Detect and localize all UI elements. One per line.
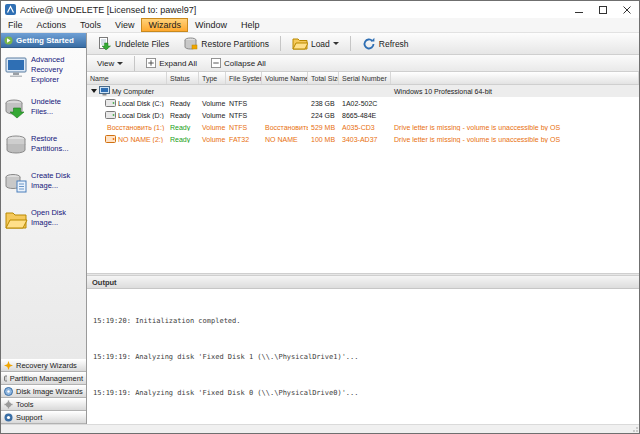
toolbar-separator (280, 36, 281, 51)
sidebar-item-create-disk-image[interactable]: Create Disk Image... (3, 169, 84, 197)
refresh-icon (362, 37, 376, 51)
app-icon (5, 4, 16, 15)
chevron-down-icon (117, 62, 123, 65)
collapse-all-icon (211, 58, 221, 68)
minimize-button[interactable] (567, 1, 591, 18)
support-icon (4, 413, 13, 422)
maximize-button[interactable] (591, 1, 615, 18)
table-row[interactable]: Local Disk (C:) Ready Volume NTFS 238 GB… (87, 97, 639, 109)
table-header: Name Status Type File System Volume Name… (87, 72, 639, 85)
close-button[interactable] (615, 1, 639, 18)
sidebar-item-advanced-recovery-explorer[interactable]: Advanced Recovery Explorer (3, 53, 84, 86)
column-header-volume-name[interactable]: Volume Name (262, 72, 308, 84)
table-row[interactable]: My Computer Windows 10 Professional 64-b… (87, 85, 639, 97)
refresh-button[interactable]: Refresh (356, 34, 415, 54)
menu-item-wizards[interactable]: Wizards (141, 18, 188, 32)
go-arrow-icon (4, 36, 13, 45)
recovery-wizards-icon (4, 361, 13, 370)
restore-partitions-button[interactable]: Restore Partitions (177, 33, 275, 54)
undelete-files-button[interactable]: Undelete Files (91, 33, 175, 54)
title-bar[interactable]: Active@ UNDELETE [Licensed to: pawel97] (1, 1, 639, 18)
table-row[interactable]: Восстановить (1:) Ready Volume NTFS Восс… (87, 121, 639, 133)
column-header-type[interactable]: Type (199, 72, 226, 84)
open-disk-image-icon (4, 208, 28, 232)
load-folder-icon (292, 37, 308, 50)
column-header-name[interactable]: Name (87, 72, 167, 84)
column-header-file-system[interactable]: File System (226, 72, 262, 84)
drive-icon (105, 99, 116, 107)
window-controls (567, 1, 639, 18)
sidebar-section-disk-image-wizards[interactable]: Disk Image Wizards (1, 385, 86, 398)
sidebar-item-open-disk-image[interactable]: Open Disk Image... (3, 206, 84, 234)
output-panel: Output 15:19:20: Initialization complete… (87, 276, 639, 424)
output-title: Output (92, 278, 117, 287)
main-toolbar: Undelete Files Restore Partitions Load R… (87, 33, 639, 55)
drive-icon (105, 111, 116, 119)
menu-item-view[interactable]: View (108, 18, 141, 32)
log-line: 15:19:19: Analyzing disk 'Fixed Disk 0 (… (93, 387, 639, 399)
column-header-serial-number[interactable]: Serial Number (339, 72, 391, 84)
menu-item-help[interactable]: Help (234, 18, 267, 32)
app-window: Active@ UNDELETE [Licensed to: pawel97] … (0, 0, 640, 434)
disk-image-wizards-icon (4, 387, 13, 396)
sidebar-section-tools[interactable]: Tools (1, 398, 86, 411)
menu-item-tools[interactable]: Tools (73, 18, 108, 32)
partition-management-icon (4, 374, 7, 383)
log-line: 15:19:20: Initialization completed. (93, 315, 639, 327)
sidebar-section-recovery-wizards[interactable]: Recovery Wizards (1, 359, 86, 372)
restore-partitions-icon (4, 134, 28, 158)
undelete-files-icon (97, 36, 112, 51)
log-line: 15:19:19: Analyzing disk 'Fixed Disk 1 (… (93, 351, 639, 363)
undelete-files-icon (4, 97, 28, 121)
column-header-description (391, 72, 639, 84)
window-title: Active@ UNDELETE [Licensed to: pawel97] (20, 5, 563, 15)
resize-grip[interactable] (630, 424, 639, 433)
column-header-total-size[interactable]: Total Size (308, 72, 339, 84)
computer-icon (99, 86, 110, 96)
sidebar-bottom-sections: Recovery Wizards Partition Management Di… (1, 359, 86, 424)
close-icon (623, 6, 631, 14)
drive-warning-icon (105, 135, 116, 143)
expand-all-icon (146, 58, 156, 68)
toolbar-separator (350, 36, 351, 51)
table-row[interactable]: Local Disk (D:) Ready Volume NTFS 224 GB… (87, 109, 639, 121)
viewbar-separator (134, 56, 135, 71)
expand-all-button[interactable]: Expand All (140, 56, 203, 70)
menu-item-file[interactable]: File (1, 18, 30, 32)
view-toolbar: View Expand All Collapse All (87, 55, 639, 72)
recovery-explorer-icon (4, 55, 28, 79)
column-header-status[interactable]: Status (167, 72, 199, 84)
sidebar-items: Advanced Recovery Explorer Undelete File… (1, 48, 86, 359)
create-disk-image-icon (4, 171, 28, 195)
menu-bar: File Actions Tools View Wizards Window H… (1, 18, 639, 33)
chevron-down-icon (333, 42, 339, 45)
status-bar (1, 424, 639, 433)
table-row[interactable]: NO NAME (2:) Ready Volume FAT32 NO NAME … (87, 133, 639, 145)
minimize-icon (575, 6, 583, 14)
output-header[interactable]: Output (87, 276, 639, 289)
main-area: Undelete Files Restore Partitions Load R… (87, 33, 639, 424)
menu-item-window[interactable]: Window (188, 18, 234, 32)
view-button[interactable]: View (91, 57, 129, 70)
sidebar: Getting Started Advanced Recovery Explor… (1, 33, 87, 424)
volumes-table: Name Status Type File System Volume Name… (87, 72, 639, 273)
tools-icon (4, 400, 13, 409)
load-button[interactable]: Load (286, 34, 345, 53)
sidebar-section-partition-management[interactable]: Partition Management (1, 372, 86, 385)
sidebar-item-restore-partitions[interactable]: Restore Partitions... (3, 132, 84, 160)
maximize-icon (599, 6, 607, 14)
sidebar-section-support[interactable]: Support (1, 411, 86, 424)
menu-item-actions[interactable]: Actions (30, 18, 74, 32)
collapse-all-button[interactable]: Collapse All (205, 56, 272, 70)
output-log: 15:19:20: Initialization completed. 15:1… (87, 289, 639, 424)
tree-expander-icon[interactable] (91, 89, 97, 93)
table-empty-space (87, 145, 639, 273)
sidebar-item-undelete-files[interactable]: Undelete Files... (3, 95, 84, 123)
restore-partitions-icon (183, 36, 198, 51)
window-body: Getting Started Advanced Recovery Explor… (1, 33, 639, 424)
sidebar-header-getting-started[interactable]: Getting Started (1, 33, 86, 48)
